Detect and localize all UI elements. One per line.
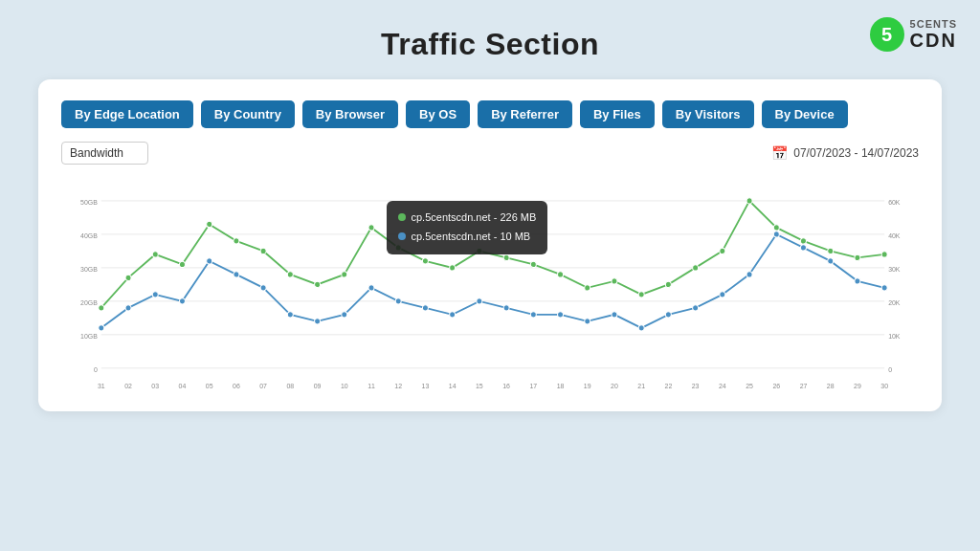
svg-point-50: [152, 252, 158, 257]
svg-point-68: [638, 292, 644, 298]
tab-os[interactable]: By OS: [406, 100, 470, 128]
chart-svg: 0010GB10K20GB20K30GB30K40GB40K50GB60K310…: [61, 174, 919, 394]
svg-point-79: [125, 305, 131, 311]
svg-text:18: 18: [557, 383, 565, 390]
svg-text:14: 14: [449, 383, 457, 390]
svg-point-83: [234, 272, 239, 277]
svg-point-66: [585, 285, 590, 291]
date-range: 📅 07/07/2023 - 14/07/2023: [771, 145, 919, 161]
svg-text:26: 26: [772, 383, 780, 390]
svg-point-104: [801, 245, 807, 251]
svg-point-95: [558, 312, 564, 318]
svg-text:05: 05: [206, 383, 213, 390]
logo: 5 5CENTS CDN: [870, 17, 957, 52]
svg-point-94: [530, 312, 536, 318]
tab-edge-location[interactable]: By Edge Location: [61, 100, 193, 128]
svg-point-53: [234, 238, 239, 244]
svg-text:40K: 40K: [888, 232, 901, 240]
svg-text:50GB: 50GB: [80, 199, 98, 207]
svg-text:19: 19: [584, 383, 591, 390]
svg-point-57: [342, 272, 347, 277]
svg-point-101: [720, 292, 725, 298]
svg-text:60K: 60K: [888, 199, 901, 207]
svg-point-97: [612, 312, 617, 318]
tab-country[interactable]: By Country: [201, 100, 295, 128]
svg-text:31: 31: [98, 383, 105, 390]
svg-text:17: 17: [529, 383, 537, 390]
svg-point-70: [693, 265, 699, 271]
bandwidth-dropdown[interactable]: BandwidthRequestsVisitors: [61, 142, 148, 165]
svg-point-93: [503, 305, 509, 311]
tab-browser[interactable]: By Browser: [302, 100, 398, 128]
svg-text:0: 0: [94, 366, 98, 374]
svg-text:02: 02: [124, 383, 132, 390]
tab-visitors[interactable]: By Visitors: [662, 100, 754, 128]
svg-text:10GB: 10GB: [80, 333, 98, 341]
svg-text:20K: 20K: [888, 299, 901, 307]
svg-text:25: 25: [746, 383, 753, 390]
svg-point-106: [855, 278, 860, 284]
svg-text:30GB: 30GB: [80, 266, 98, 274]
svg-point-105: [828, 258, 834, 264]
controls-row: BandwidthRequestsVisitors 📅 07/07/2023 -…: [61, 142, 919, 165]
svg-point-78: [99, 325, 104, 331]
tab-referrer[interactable]: By Referrer: [478, 100, 572, 128]
svg-point-98: [638, 325, 644, 331]
svg-point-56: [315, 281, 321, 287]
svg-text:0: 0: [888, 366, 892, 374]
svg-point-96: [585, 319, 590, 324]
svg-text:28: 28: [827, 383, 835, 390]
svg-point-49: [125, 275, 131, 280]
svg-point-65: [558, 272, 564, 277]
svg-point-63: [503, 254, 509, 260]
svg-text:09: 09: [314, 383, 322, 390]
svg-point-90: [422, 305, 428, 311]
svg-point-59: [395, 245, 401, 251]
svg-point-80: [152, 292, 158, 298]
tab-bar: By Edge LocationBy CountryBy BrowserBy O…: [61, 100, 919, 128]
tab-files[interactable]: By Files: [580, 100, 655, 128]
svg-point-81: [179, 298, 185, 304]
svg-text:20GB: 20GB: [80, 299, 98, 307]
svg-point-100: [693, 305, 699, 311]
svg-text:21: 21: [637, 383, 645, 390]
dropdown-wrap: BandwidthRequestsVisitors: [61, 142, 148, 165]
logo-text: 5CENTS CDN: [910, 18, 957, 51]
main-card: By Edge LocationBy CountryBy BrowserBy O…: [38, 79, 942, 411]
svg-text:23: 23: [692, 383, 700, 390]
svg-point-55: [287, 272, 293, 277]
svg-text:10K: 10K: [888, 333, 901, 341]
svg-text:30K: 30K: [888, 266, 901, 274]
svg-text:20: 20: [611, 383, 618, 390]
svg-point-107: [881, 285, 887, 291]
calendar-icon: 📅: [771, 145, 788, 161]
logo-icon: 5: [870, 17, 904, 52]
svg-point-88: [368, 285, 374, 291]
svg-point-71: [720, 248, 725, 253]
svg-point-87: [342, 312, 347, 318]
svg-point-82: [207, 258, 212, 264]
svg-point-99: [665, 312, 671, 318]
svg-text:10: 10: [341, 383, 348, 390]
svg-point-77: [881, 252, 887, 257]
svg-point-76: [855, 254, 860, 260]
svg-point-67: [612, 278, 617, 284]
svg-point-62: [477, 248, 482, 253]
svg-point-60: [422, 258, 428, 264]
page-title: Traffic Section: [0, 0, 980, 62]
svg-point-103: [773, 231, 779, 237]
svg-point-89: [395, 298, 401, 304]
tab-device[interactable]: By Device: [762, 100, 848, 128]
svg-point-72: [746, 198, 752, 204]
svg-point-73: [773, 225, 779, 231]
svg-text:08: 08: [286, 383, 294, 390]
svg-text:11: 11: [368, 383, 375, 390]
svg-text:29: 29: [854, 383, 861, 390]
logo-line1: 5CENTS: [910, 18, 957, 30]
svg-text:30: 30: [880, 383, 888, 390]
svg-text:13: 13: [422, 383, 430, 390]
svg-point-85: [287, 312, 293, 318]
svg-text:27: 27: [800, 383, 808, 390]
svg-point-92: [477, 298, 482, 304]
svg-text:15: 15: [476, 383, 483, 390]
